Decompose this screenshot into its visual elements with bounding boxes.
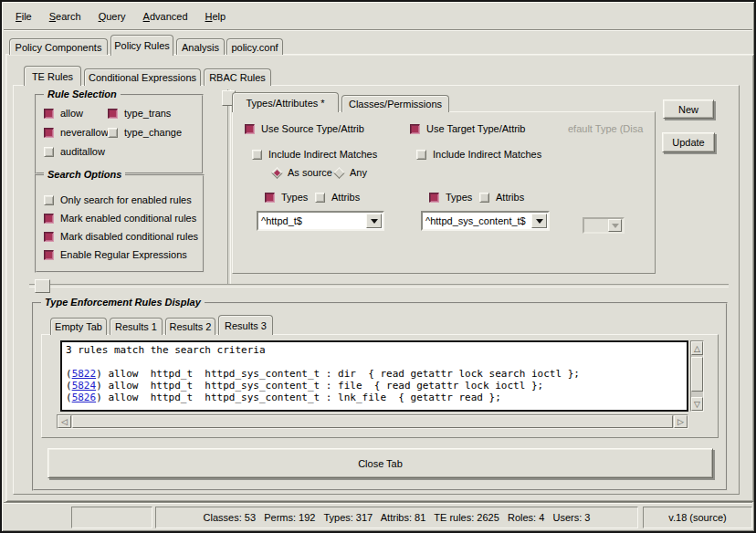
triangle-left-icon: ◁ (61, 417, 68, 426)
tab-results-1[interactable]: Results 1 (110, 318, 163, 335)
checkbox-source-indirect-matches[interactable]: Include Indirect Matches (252, 148, 377, 161)
checkbox-mark-disabled-conditional[interactable]: Mark disabled conditional rules (44, 230, 198, 243)
statusbar-separator (4, 502, 752, 504)
target-type-combobox[interactable]: ^httpd_sys_content_t$ (421, 211, 550, 231)
radio-as-source[interactable]: As source (273, 166, 332, 179)
rule-paren-close: ) (96, 368, 108, 380)
checkbox-indicator (416, 150, 426, 160)
tab-policy-rules[interactable]: Policy Rules (110, 35, 173, 56)
tab-conditional-expressions[interactable]: Conditional Expressions (84, 68, 201, 86)
checkbox-label: Include Indirect Matches (268, 149, 377, 160)
horizontal-pane-sash[interactable] (29, 284, 729, 287)
radio-indicator (333, 167, 345, 179)
vertical-pane-sash[interactable] (227, 89, 231, 284)
checkbox-label: auditallow (60, 146, 105, 157)
new-button[interactable]: New (663, 99, 714, 119)
tab-empty[interactable]: Empty Tab (50, 318, 107, 335)
menu-advanced[interactable]: Advanced (141, 9, 191, 24)
menu-file[interactable]: File (13, 9, 35, 24)
update-button[interactable]: Update (662, 132, 715, 152)
tab-rbac-rules[interactable]: RBAC Rules (204, 68, 271, 86)
checkbox-only-enabled-rules[interactable]: Only search for enabled rules (44, 193, 192, 206)
rule-line: (5822) allow httpd_t httpd_sys_content_t… (66, 368, 683, 380)
source-type-combobox[interactable]: ^httpd_t$ (257, 211, 384, 231)
combobox-value: ^httpd_sys_content_t$ (423, 215, 531, 226)
results-horizontal-scrollbar[interactable]: ◁ ▷ (57, 414, 688, 429)
tab-policy-conf[interactable]: policy.conf (226, 38, 283, 55)
menu-query[interactable]: Query (96, 9, 129, 24)
tab-te-rules[interactable]: TE Rules (24, 66, 81, 86)
results-text-area[interactable]: 3 rules match the search criteria (5822)… (60, 340, 688, 412)
checkbox-enable-regex[interactable]: Enable Regular Expressions (44, 248, 187, 261)
status-version-panel: v.18 (source) (643, 507, 752, 528)
vertical-scrollbar-track[interactable] (691, 355, 703, 397)
status-empty-panel (71, 507, 152, 528)
checkbox-indicator (108, 109, 118, 119)
tab-types-attributes[interactable]: Types/Attributes * (232, 92, 339, 112)
menu-search[interactable]: Search (47, 9, 84, 24)
checkbox-indicator (44, 232, 54, 242)
checkbox-target-attribs[interactable]: Attribs (479, 191, 524, 204)
checkbox-indicator (44, 195, 54, 205)
checkbox-label: type_trans (124, 108, 171, 119)
triangle-up-icon: △ (694, 344, 700, 353)
default-type-combobox (583, 217, 625, 234)
scroll-up-button[interactable]: △ (691, 341, 703, 355)
checkbox-label: Use Target Type/Attrib (426, 123, 525, 134)
checkbox-type-change[interactable]: type_change (108, 126, 182, 139)
checkbox-neverallow[interactable]: neverallow (44, 126, 109, 139)
rule-id-link[interactable]: 5826 (72, 392, 97, 403)
radio-any[interactable]: Any (335, 166, 367, 179)
checkbox-type-trans[interactable]: type_trans (108, 107, 171, 120)
rule-paren-open: ( (66, 380, 72, 392)
horizontal-scrollbar-track[interactable] (71, 415, 674, 428)
rule-line: (5826) allow httpd_t httpd_sys_content_t… (66, 392, 683, 403)
checkbox-indicator (44, 214, 54, 224)
radio-label: As source (288, 167, 332, 178)
checkbox-label: Mark disabled conditional rules (60, 231, 198, 242)
vertical-scrollbar-thumb[interactable] (691, 357, 703, 392)
menu-help[interactable]: Help (203, 9, 229, 24)
checkbox-indicator (44, 250, 54, 260)
checkbox-mark-enabled-conditional[interactable]: Mark enabled conditional rules (44, 212, 196, 225)
scroll-right-button[interactable]: ▷ (674, 415, 688, 428)
rule-text: allow httpd_t httpd_sys_content_t : dir … (108, 368, 580, 380)
tab-classes-permissions[interactable]: Classes/Permissions (341, 95, 449, 112)
tab-results-2[interactable]: Results 2 (165, 318, 215, 335)
close-tab-button[interactable]: Close Tab (47, 448, 713, 478)
results-summary: 3 rules match the search criteria (66, 344, 683, 356)
dropdown-button[interactable] (531, 214, 547, 228)
checkbox-indicator (44, 109, 54, 119)
menu-bar: File Search Query Advanced Help (4, 4, 752, 29)
horizontal-sash-handle[interactable] (35, 279, 50, 293)
checkbox-use-target-type[interactable]: Use Target Type/Attrib (410, 122, 525, 135)
checkbox-target-types[interactable]: Types (429, 191, 472, 204)
checkbox-label: Use Source Type/Attrib (261, 123, 364, 134)
chevron-down-icon (536, 219, 543, 224)
checkbox-label: allow (60, 108, 83, 119)
rule-id-link[interactable]: 5824 (72, 380, 97, 392)
checkbox-use-source-type[interactable]: Use Source Type/Attrib (245, 122, 364, 135)
checkbox-auditallow[interactable]: auditallow (44, 145, 105, 158)
rule-paren-open: ( (66, 392, 72, 403)
scroll-down-button[interactable]: ▽ (691, 397, 703, 411)
dropdown-button[interactable] (366, 214, 382, 228)
triangle-right-icon: ▷ (677, 417, 684, 426)
tab-results-3[interactable]: Results 3 (218, 315, 273, 335)
checkbox-allow[interactable]: allow (44, 107, 83, 120)
checkbox-source-attribs[interactable]: Attribs (315, 191, 360, 204)
checkbox-target-indirect-matches[interactable]: Include Indirect Matches (416, 148, 541, 161)
tab-policy-components[interactable]: Policy Components (9, 38, 108, 55)
chevron-down-icon (371, 219, 378, 224)
scroll-left-button[interactable]: ◁ (58, 415, 71, 428)
checkbox-source-types[interactable]: Types (265, 191, 308, 204)
dropdown-button (608, 219, 622, 232)
rule-selection-title: Rule Selection (44, 89, 121, 99)
horizontal-scrollbar-thumb[interactable] (72, 415, 673, 428)
te-rules-display-title: Type Enforcement Rules Display (41, 297, 205, 308)
rule-id-link[interactable]: 5822 (72, 368, 97, 380)
checkbox-label: Types (446, 192, 472, 203)
status-version-text: v.18 (source) (668, 512, 726, 523)
tab-analysis[interactable]: Analysis (176, 38, 225, 55)
results-vertical-scrollbar[interactable]: △ ▽ (690, 340, 704, 412)
